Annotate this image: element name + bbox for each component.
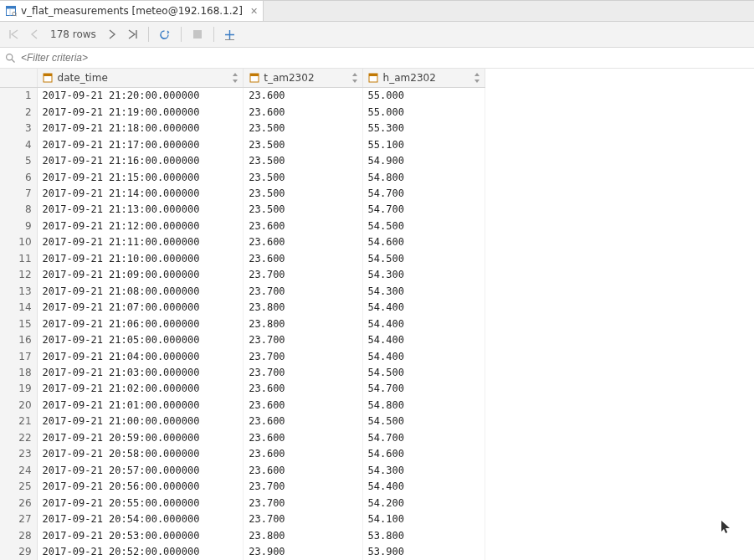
cell-t-am2302[interactable]: 23.800 [244,527,362,543]
sort-icon[interactable] [474,72,482,84]
row-number[interactable]: 15 [0,316,37,331]
cell-date-time[interactable]: 2017-09-21 21:15:00.000000 [37,169,244,185]
table-row[interactable]: 82017-09-21 21:13:00.00000023.50054.700 [0,202,485,218]
cell-date-time[interactable]: 2017-09-21 20:58:00.000000 [37,446,244,462]
table-row[interactable]: 142017-09-21 21:07:00.00000023.80054.400 [0,299,485,315]
table-row[interactable]: 282017-09-21 20:53:00.00000023.80053.800 [0,527,485,543]
cell-h-am2302[interactable]: 54.400 [362,478,485,494]
row-number[interactable]: 13 [0,283,37,299]
column-header-h-am2302[interactable]: h_am2302 [362,69,485,87]
table-row[interactable]: 222017-09-21 20:59:00.00000023.60054.700 [0,429,485,445]
table-row[interactable]: 232017-09-21 20:58:00.00000023.60054.600 [0,446,485,462]
row-number[interactable]: 7 [0,185,37,201]
cell-date-time[interactable]: 2017-09-21 20:59:00.000000 [37,429,244,445]
cell-h-am2302[interactable]: 54.700 [362,202,485,218]
cell-h-am2302[interactable]: 54.400 [362,331,485,347]
row-number[interactable]: 28 [0,527,37,543]
cell-h-am2302[interactable]: 54.700 [362,381,485,397]
table-row[interactable]: 242017-09-21 20:57:00.00000023.60054.300 [0,462,485,478]
column-header-date-time[interactable]: date_time [37,69,244,87]
cell-date-time[interactable]: 2017-09-21 20:52:00.000000 [37,543,244,560]
cell-t-am2302[interactable]: 23.600 [244,397,362,413]
cell-h-am2302[interactable]: 55.300 [362,120,485,136]
sort-icon[interactable] [232,72,240,84]
row-number[interactable]: 10 [0,234,37,250]
cell-date-time[interactable]: 2017-09-21 21:00:00.000000 [37,414,244,429]
table-row[interactable]: 272017-09-21 20:54:00.00000023.70054.100 [0,511,485,527]
cell-h-am2302[interactable]: 55.100 [362,136,485,152]
cell-date-time[interactable]: 2017-09-21 20:57:00.000000 [37,462,244,478]
table-row[interactable]: 152017-09-21 21:06:00.00000023.80054.400 [0,316,485,331]
table-row[interactable]: 212017-09-21 21:00:00.00000023.60054.500 [0,414,485,429]
table-row[interactable]: 52017-09-21 21:16:00.00000023.50054.900 [0,152,485,168]
stop-button[interactable] [190,27,205,42]
rownum-header[interactable] [0,69,37,87]
cell-t-am2302[interactable]: 23.700 [244,348,362,364]
cell-h-am2302[interactable]: 54.400 [362,299,485,315]
cell-date-time[interactable]: 2017-09-21 21:12:00.000000 [37,218,244,234]
row-number[interactable]: 3 [0,120,37,136]
table-row[interactable]: 132017-09-21 21:08:00.00000023.70054.300 [0,283,485,299]
row-number[interactable]: 1 [0,87,37,104]
cell-t-am2302[interactable]: 23.700 [244,364,362,380]
table-row[interactable]: 122017-09-21 21:09:00.00000023.70054.300 [0,267,485,283]
table-row[interactable]: 252017-09-21 20:56:00.00000023.70054.400 [0,478,485,494]
last-page-button[interactable] [125,27,140,42]
table-row[interactable]: 112017-09-21 21:10:00.00000023.60054.500 [0,250,485,266]
cell-date-time[interactable]: 2017-09-21 21:09:00.000000 [37,267,244,283]
cell-date-time[interactable]: 2017-09-21 20:56:00.000000 [37,478,244,494]
filter-input[interactable] [19,51,749,64]
cell-t-am2302[interactable]: 23.700 [244,283,362,299]
cell-h-am2302[interactable]: 55.000 [362,104,485,120]
column-header-t-am2302[interactable]: t_am2302 [244,69,362,87]
cell-t-am2302[interactable]: 23.600 [244,414,362,429]
cell-t-am2302[interactable]: 23.700 [244,478,362,494]
cell-h-am2302[interactable]: 54.700 [362,429,485,445]
cell-date-time[interactable]: 2017-09-21 20:54:00.000000 [37,511,244,527]
table-row[interactable]: 62017-09-21 21:15:00.00000023.50054.800 [0,169,485,185]
row-number[interactable]: 21 [0,414,37,429]
cell-h-am2302[interactable]: 54.600 [362,234,485,250]
row-number[interactable]: 23 [0,446,37,462]
cell-t-am2302[interactable]: 23.600 [244,462,362,478]
cell-date-time[interactable]: 2017-09-21 21:17:00.000000 [37,136,244,152]
cell-date-time[interactable]: 2017-09-21 21:10:00.000000 [37,250,244,266]
row-number[interactable]: 24 [0,462,37,478]
row-number[interactable]: 5 [0,152,37,168]
cell-h-am2302[interactable]: 54.300 [362,267,485,283]
refresh-button[interactable] [157,27,172,42]
cell-date-time[interactable]: 2017-09-21 21:07:00.000000 [37,299,244,315]
cell-t-am2302[interactable]: 23.500 [244,169,362,185]
cell-t-am2302[interactable]: 23.700 [244,511,362,527]
cell-h-am2302[interactable]: 54.800 [362,169,485,185]
row-number[interactable]: 17 [0,348,37,364]
table-row[interactable]: 202017-09-21 21:01:00.00000023.60054.800 [0,397,485,413]
cell-h-am2302[interactable]: 54.500 [362,250,485,266]
cell-t-am2302[interactable]: 23.700 [244,267,362,283]
add-row-button[interactable] [223,27,238,42]
cell-date-time[interactable]: 2017-09-21 21:11:00.000000 [37,234,244,250]
table-row[interactable]: 32017-09-21 21:18:00.00000023.50055.300 [0,120,485,136]
cell-h-am2302[interactable]: 55.000 [362,87,485,104]
first-page-button[interactable] [7,27,22,42]
cell-t-am2302[interactable]: 23.600 [244,234,362,250]
cell-h-am2302[interactable]: 54.500 [362,414,485,429]
table-row[interactable]: 92017-09-21 21:12:00.00000023.60054.500 [0,218,485,234]
cell-t-am2302[interactable]: 23.500 [244,202,362,218]
cell-h-am2302[interactable]: 54.300 [362,283,485,299]
cell-date-time[interactable]: 2017-09-21 21:03:00.000000 [37,364,244,380]
cell-date-time[interactable]: 2017-09-21 21:08:00.000000 [37,283,244,299]
table-row[interactable]: 12017-09-21 21:20:00.00000023.60055.000 [0,87,485,104]
sort-icon[interactable] [351,72,360,84]
cell-t-am2302[interactable]: 23.600 [244,104,362,120]
cell-t-am2302[interactable]: 23.800 [244,299,362,315]
table-row[interactable]: 192017-09-21 21:02:00.00000023.60054.700 [0,381,485,397]
cell-h-am2302[interactable]: 53.900 [362,543,485,560]
row-number[interactable]: 11 [0,250,37,266]
cell-date-time[interactable]: 2017-09-21 21:18:00.000000 [37,120,244,136]
cell-date-time[interactable]: 2017-09-21 21:14:00.000000 [37,185,244,201]
row-number[interactable]: 26 [0,495,37,511]
row-number[interactable]: 22 [0,429,37,445]
cell-t-am2302[interactable]: 23.600 [244,250,362,266]
row-number[interactable]: 29 [0,543,37,560]
